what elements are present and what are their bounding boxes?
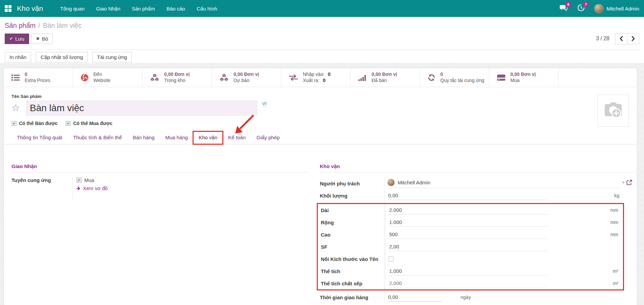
sf-row: SF 2,00 (321, 241, 623, 253)
can-buy-checkbox[interactable]: ✔ Có thể Mua được (66, 121, 112, 126)
refresh-icon (427, 74, 436, 82)
length-unit: mm (610, 207, 618, 213)
navbar-right: 6 7 Mitchell Admin (559, 4, 639, 13)
app-name[interactable]: Kho vận (17, 4, 43, 13)
stat-on-hand[interactable]: 0,00 Đơn vịTrong kho (142, 68, 212, 87)
save-button[interactable]: ✔ Lưu (5, 34, 29, 44)
stowage-volume-value: 2,000 (388, 279, 548, 288)
cubes-icon (150, 74, 159, 82)
tab-purchase[interactable]: Mua hàng (160, 131, 194, 144)
sf-input[interactable]: 2,00 (388, 243, 548, 251)
transfer-arrows-icon (289, 74, 298, 81)
main-menu: Tổng quan Giao Nhận Sản phẩm Báo cáo Cấu… (54, 0, 223, 17)
action-buttons-row: In nhãn Cập nhật số lượng Tái cung ứng (5, 49, 639, 65)
update-quantity-button[interactable]: Cập nhật số lượng (36, 52, 88, 62)
stat-reordering-rules[interactable]: 0Quy tắc tái cung ứng (420, 68, 489, 87)
page: Kho vận Tổng quan Giao Nhận Sản phẩm Báo… (0, 0, 644, 305)
tab-inventory[interactable]: Kho vận (193, 131, 223, 144)
user-name: Mitchell Admin (606, 6, 639, 12)
credit-card-icon (497, 74, 506, 81)
globe-icon (81, 74, 89, 82)
weight-input[interactable]: 0,00 (387, 191, 547, 200)
breadcrumb-separator: / (38, 22, 40, 29)
tab-sales[interactable]: Bán hàng (127, 131, 160, 144)
route-buy-checkbox[interactable]: ✔ Mua (76, 177, 108, 183)
language-tag[interactable]: VI (262, 100, 266, 106)
apps-menu-icon[interactable] (5, 5, 12, 12)
tab-licenses[interactable]: Giấy phép (251, 131, 285, 144)
stat-purchased[interactable]: 0,00 Đơn vịMua (489, 68, 559, 87)
height-input[interactable]: 500 (388, 230, 548, 239)
top-navbar: Kho vận Tổng quan Giao Nhận Sản phẩm Báo… (0, 0, 644, 17)
width-input[interactable]: 1.000 (388, 218, 548, 227)
menu-configuration[interactable]: Cấu hình (191, 0, 223, 17)
breadcrumb-parent[interactable]: Sản phẩm (5, 22, 36, 29)
cubes-icon (219, 74, 229, 82)
annotation-red-box: Dài 2.000 mm Rộng 1.000 mm (317, 203, 624, 290)
pager-next-button[interactable] (627, 34, 639, 44)
menu-reporting[interactable]: Báo cáo (161, 0, 191, 17)
stat-in-out[interactable]: Nhập vào:0 Xuất ra:0 (281, 68, 351, 87)
checkbox-checked-icon: ✔ (66, 121, 71, 126)
breadcrumb-current: Bàn làm việc (43, 22, 82, 29)
breadcrumb: Sản phẩm / Bàn làm việc (5, 17, 639, 29)
stat-forecasted[interactable]: 0,00 Đơn vịDự báo (212, 68, 281, 87)
activities-button[interactable]: 7 (577, 4, 585, 13)
menu-operations[interactable]: Giao Nhận (90, 0, 126, 17)
stowage-volume-row: Thể tích chất xếp 2,000 m³ (321, 277, 623, 289)
volume-input[interactable]: 1,000 (388, 267, 548, 276)
tab-accounting[interactable]: Kế toán (223, 131, 251, 144)
lead-time-input[interactable]: 0,00 (387, 293, 442, 302)
column-divider (72, 177, 73, 199)
pager-count: 3 / 28 (596, 36, 609, 42)
external-link-icon[interactable] (626, 180, 632, 185)
stat-website[interactable]: ĐếnWebsite (73, 68, 142, 87)
favorite-star-icon[interactable]: ☆ (12, 103, 26, 113)
product-image-placeholder[interactable] (597, 95, 629, 127)
avatar (387, 179, 395, 186)
content-background: 0Extra Prices ĐếnWebsite 0,00 Đơn vịTron… (0, 63, 644, 305)
chevron-down-icon[interactable]: ▾ (622, 180, 624, 185)
chevron-right-icon (631, 36, 635, 41)
print-labels-button[interactable]: In nhãn (5, 52, 31, 62)
user-avatar (594, 4, 603, 13)
length-row: Dài 2.000 mm (321, 204, 623, 216)
can-sell-checkbox[interactable]: ✔ Có thể Bán được (12, 121, 58, 126)
stat-extra-prices[interactable]: 0Extra Prices (4, 68, 73, 87)
arrow-right-icon (76, 186, 81, 190)
responsible-input[interactable]: Mitchell Admin (387, 179, 620, 188)
height-unit: mm (610, 232, 618, 237)
product-title-block: Tên Sản phẩm ☆ Bàn làm việc VI ✔ Có thể … (4, 87, 637, 126)
discard-button[interactable]: ✖ Bỏ (31, 34, 53, 44)
stat-sold[interactable]: 0,00 Đơn vịĐã bán (351, 68, 420, 87)
pager-previous-button[interactable] (615, 34, 627, 44)
messages-button[interactable]: 6 (559, 4, 568, 13)
concat-dimensions-checkbox[interactable] (388, 257, 394, 262)
form-body: Giao Nhận Tuyến cung ứng ✔ Mua Xem sơ đồ (4, 144, 637, 303)
tab-attributes-variants[interactable]: Thuộc tính & Biến thể (68, 131, 127, 144)
routes-label: Tuyến cung ứng (12, 177, 72, 191)
inventory-group-title: Kho vận (320, 163, 634, 172)
menu-overview[interactable]: Tổng quan (54, 0, 90, 17)
tab-general-information[interactable]: Thông tin Tổng quát (12, 131, 68, 144)
control-buttons-row: ✔ Lưu ✖ Bỏ 3 / 28 (5, 33, 639, 44)
replenish-button[interactable]: Tái cung ứng (92, 52, 132, 62)
width-unit: mm (610, 220, 618, 225)
product-name-input[interactable]: Bàn làm việc (26, 100, 258, 116)
responsible-row: Người phụ trách Mitchell Admin ▾ (320, 177, 634, 189)
length-input[interactable]: 2.000 (388, 206, 548, 215)
height-row: Cao 500 mm (321, 228, 623, 241)
product-name-label: Tên Sản phẩm (12, 94, 637, 99)
weight-unit: kg (614, 193, 619, 198)
inventory-group: Kho vận Người phụ trách Mitchell Admin ▾ (320, 163, 634, 303)
activities-badge: 7 (583, 2, 589, 7)
view-diagram-link[interactable]: Xem sơ đồ (76, 185, 108, 191)
checkbox-checked-icon: ✔ (76, 178, 82, 183)
delivery-group: Giao Nhận Tuyến cung ứng ✔ Mua Xem sơ đồ (12, 163, 309, 303)
messages-badge: 6 (565, 2, 571, 7)
list-icon (11, 74, 20, 81)
checkbox-checked-icon: ✔ (12, 121, 17, 126)
bar-chart-icon (358, 74, 367, 81)
user-menu[interactable]: Mitchell Admin (594, 4, 639, 13)
menu-products[interactable]: Sản phẩm (126, 0, 161, 17)
